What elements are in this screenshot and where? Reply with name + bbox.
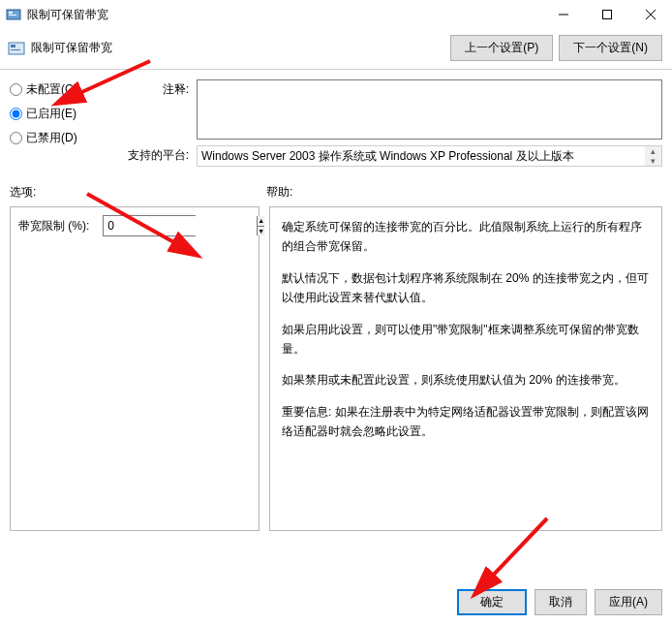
radio-disabled-label: 已禁用(D) [26, 130, 77, 146]
radio-disabled[interactable]: 已禁用(D) [10, 130, 116, 146]
radio-not-configured-label: 未配置(C) [26, 81, 77, 98]
comment-input[interactable] [197, 79, 662, 140]
svg-rect-2 [9, 15, 16, 16]
cancel-button[interactable]: 取消 [535, 589, 587, 615]
radio-enabled[interactable]: 已启用(E) [10, 106, 116, 122]
options-section-label: 选项: [10, 184, 266, 201]
svg-rect-8 [11, 45, 15, 47]
radio-not-configured-input[interactable] [10, 83, 22, 96]
help-paragraph: 如果启用此设置，则可以使用"带宽限制"框来调整系统可保留的带宽数量。 [282, 320, 650, 359]
footer-buttons: 确定 取消 应用(A) [0, 579, 672, 625]
prev-setting-button[interactable]: 上一个设置(P) [450, 35, 553, 61]
policy-icon [8, 40, 25, 57]
comment-label: 注释: [116, 79, 189, 98]
options-panel: 带宽限制 (%): ▲ ▼ [10, 206, 260, 531]
close-button[interactable] [628, 0, 672, 29]
next-setting-button[interactable]: 下一个设置(N) [559, 35, 662, 61]
minimize-button[interactable] [541, 0, 585, 29]
help-paragraph: 如果禁用或未配置此设置，则系统使用默认值为 20% 的连接带宽。 [282, 370, 650, 390]
bandwidth-limit-spinner[interactable]: ▲ ▼ [103, 215, 196, 236]
svg-rect-1 [9, 12, 13, 14]
platform-value: Windows Server 2003 操作系统或 Windows XP Pro… [201, 148, 574, 165]
help-section-label: 帮助: [266, 184, 662, 201]
bandwidth-limit-input[interactable] [104, 216, 257, 235]
platform-box: Windows Server 2003 操作系统或 Windows XP Pro… [197, 145, 662, 167]
radio-not-configured[interactable]: 未配置(C) [10, 81, 116, 98]
apply-button[interactable]: 应用(A) [595, 589, 662, 615]
svg-rect-4 [602, 11, 611, 19]
header-title: 限制可保留带宽 [31, 40, 450, 56]
header: 限制可保留带宽 上一个设置(P) 下一个设置(N) [0, 29, 672, 70]
state-radio-group: 未配置(C) 已启用(E) 已禁用(D) [10, 79, 116, 167]
platform-scrollbar[interactable]: ▴▾ [645, 146, 661, 166]
spinner-down-button[interactable]: ▼ [258, 227, 264, 236]
titlebar: 限制可保留带宽 [0, 0, 672, 29]
radio-enabled-label: 已启用(E) [26, 106, 76, 122]
ok-button[interactable]: 确定 [457, 589, 527, 615]
radio-enabled-input[interactable] [10, 108, 22, 120]
radio-disabled-input[interactable] [10, 132, 22, 144]
spinner-up-button[interactable]: ▲ [258, 216, 264, 227]
platform-label: 支持的平台: [116, 145, 189, 164]
app-icon [6, 7, 21, 22]
help-paragraph: 重要信息: 如果在注册表中为特定网络适配器设置带宽限制，则配置该网络适配器时就会… [282, 402, 650, 442]
maximize-button[interactable] [585, 0, 628, 29]
svg-rect-7 [9, 43, 24, 54]
window-title: 限制可保留带宽 [27, 7, 541, 23]
svg-rect-9 [11, 49, 20, 50]
help-paragraph: 确定系统可保留的连接带宽的百分比。此值限制系统上运行的所有程序的组合带宽保留。 [282, 217, 650, 257]
bandwidth-limit-label: 带宽限制 (%): [18, 218, 89, 234]
help-paragraph: 默认情况下，数据包计划程序将系统限制在 20% 的连接带宽之内，但可以使用此设置… [282, 268, 650, 308]
help-panel: 确定系统可保留的连接带宽的百分比。此值限制系统上运行的所有程序的组合带宽保留。 … [269, 206, 662, 531]
